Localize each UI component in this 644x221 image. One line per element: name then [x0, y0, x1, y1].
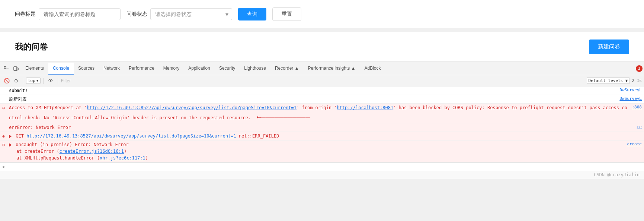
page-wrapper: 问卷标题 问卷状态 请选择问卷状态 查询 重置 我的问卷 新建问卷	[0, 0, 644, 179]
issue-count: 2 Is	[632, 78, 642, 83]
tab-performance[interactable]: Performance	[124, 63, 159, 75]
devtools-tabbar: Elements Console Sources Network Perform…	[0, 62, 644, 75]
tab-recorder[interactable]: Recorder ▲	[270, 63, 304, 75]
console-line-cors: ⊗ Access to XMLHttpRequest at 'http://17…	[0, 104, 644, 123]
inspect-icon-btn[interactable]	[1, 64, 11, 73]
tab-application[interactable]: Application	[184, 63, 215, 75]
watermark: CSDN @crazyJialin	[0, 171, 644, 179]
tab-console[interactable]: Console	[48, 63, 74, 75]
errerror-text: errError: Network Error	[9, 124, 634, 131]
console-line-submit: submit! DwSurveyL	[0, 86, 644, 95]
svg-rect-3	[17, 68, 18, 70]
levels-label: Default levels ▼	[589, 78, 628, 83]
cors-text: Access to XMLHttpRequest at 'http://172.…	[9, 104, 629, 122]
context-label: top	[28, 78, 35, 83]
refresh-text: 刷新列表	[9, 96, 616, 102]
status-field-group: 问卷状态 请选择问卷状态	[126, 8, 232, 20]
query-button[interactable]: 查询	[238, 8, 266, 20]
error-icon-uncaught: ⊗	[2, 142, 5, 148]
uncaught-indent1: at createError (createError.js?16d0:16:1…	[9, 148, 624, 155]
tab-adblock[interactable]: AdBlock	[360, 63, 385, 75]
status-label: 问卷状态	[126, 11, 147, 18]
status-select-wrapper: 请选择问卷状态	[150, 8, 232, 20]
new-survey-button[interactable]: 新建问卷	[589, 40, 629, 54]
submit-source[interactable]: DwSurveyL	[619, 87, 642, 94]
section-title: 我的问卷	[15, 41, 48, 53]
get-text: GET http://172.16.49.13:8527/api/dwsurve…	[9, 133, 642, 139]
errerror-source[interactable]: re	[637, 124, 642, 130]
uncaught-indent2: at XMLHttpRequest.handleError (xhr.js?ec…	[9, 155, 624, 161]
get-url[interactable]: http://172.16.49.13:8527/api/dwsurvey/ap…	[26, 133, 236, 139]
create-error-link[interactable]: createError.js?16d0:16:1	[60, 149, 124, 154]
title-input[interactable]	[39, 8, 121, 20]
console-line-errerror: errError: Network Error re	[0, 123, 644, 132]
tab-security[interactable]: Security	[215, 63, 240, 75]
title-field-group: 问卷标题	[15, 8, 121, 20]
tab-performance-insights[interactable]: Performance insights ▲	[304, 63, 360, 75]
cors-source[interactable]: :808	[632, 104, 642, 111]
device-toggle-btn[interactable]	[11, 64, 21, 73]
cors-url[interactable]: http://172.16.49.13:8527/api/dwsurvey/ap…	[87, 105, 297, 110]
tab-memory[interactable]: Memory	[159, 63, 184, 75]
refresh-source[interactable]: DwSurveyL	[619, 96, 642, 102]
tab-lighthouse[interactable]: Lighthouse	[240, 63, 270, 75]
console-line-refresh: 刷新列表 DwSurveyL	[0, 95, 644, 104]
console-line-uncaught: ⊗ Uncaught (in promise) Error: Network E…	[0, 141, 644, 162]
console-prompt: >	[2, 164, 5, 170]
toolbar-divider-1	[23, 78, 23, 84]
console-input-row: >	[0, 162, 644, 171]
uncaught-text: Uncaught (in promise) Error: Network Err…	[9, 141, 624, 161]
error-badge: 3	[636, 65, 643, 72]
toolbar-right: Default levels ▼ 2 Is	[587, 78, 642, 84]
reset-button[interactable]: 重置	[272, 7, 301, 21]
uncaught-source[interactable]: create	[627, 141, 642, 148]
error-icon-cors: ⊗	[2, 105, 5, 111]
error-icon-get: ⊗	[2, 133, 5, 140]
status-select[interactable]: 请选择问卷状态	[150, 8, 232, 20]
console-output: submit! DwSurveyL 刷新列表 DwSurveyL ⊗ Acces…	[0, 86, 644, 162]
devtools-toolbar: 🚫 ⊙ top ▾ 👁 Default levels ▼ 2 Is	[0, 75, 644, 86]
tab-network[interactable]: Network	[99, 63, 124, 75]
search-row: 问卷标题 问卷状态 请选择问卷状态 查询 重置	[15, 7, 629, 21]
context-selector[interactable]: top ▾	[26, 78, 41, 84]
toolbar-divider-3	[58, 78, 58, 84]
filter-input[interactable]	[61, 78, 135, 83]
xhr-link[interactable]: xhr.js?ec6c:117:1	[100, 155, 145, 161]
tab-elements[interactable]: Elements	[21, 63, 48, 75]
svg-rect-0	[4, 66, 6, 68]
tab-sources[interactable]: Sources	[74, 63, 99, 75]
toolbar-divider-2	[44, 78, 44, 84]
levels-selector[interactable]: Default levels ▼	[587, 78, 630, 84]
my-survey-section: 我的问卷 新建问卷	[0, 32, 644, 61]
clear-console-btn[interactable]: 🚫	[2, 77, 11, 84]
search-section: 问卷标题 问卷状态 请选择问卷状态 查询 重置	[0, 0, 644, 28]
devtools-panel: Elements Console Sources Network Perform…	[0, 61, 644, 179]
title-label: 问卷标题	[15, 11, 36, 18]
preserve-log-btn[interactable]: ⊙	[13, 77, 20, 84]
devtools-close-area: 3	[636, 65, 643, 72]
cors-origin[interactable]: http://localhost:8081	[337, 105, 393, 110]
svg-rect-2	[14, 67, 17, 70]
console-line-get: ⊗ GET http://172.16.49.13:8527/api/dwsur…	[0, 132, 644, 141]
console-input[interactable]	[7, 164, 642, 170]
eye-icon-btn[interactable]: 👁	[47, 77, 55, 84]
context-chevron-icon: ▾	[36, 78, 39, 83]
submit-text: submit!	[9, 87, 616, 94]
